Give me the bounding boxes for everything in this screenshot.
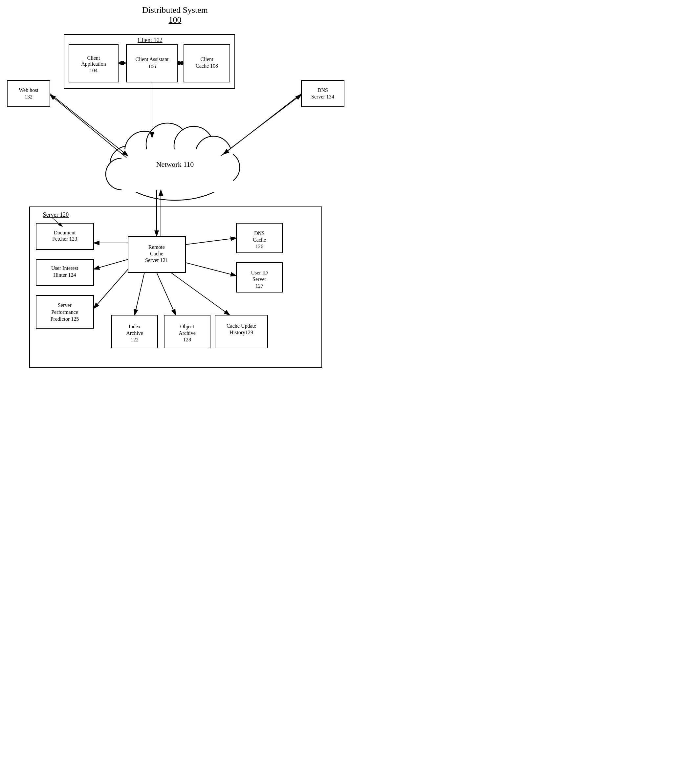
svg-text:Hinter 124: Hinter 124 — [53, 272, 76, 278]
arrow-remote-userinterest — [94, 259, 128, 269]
client-app-text: Client — [87, 55, 100, 61]
svg-text:Archive: Archive — [179, 330, 196, 336]
network-label: Network 110 — [156, 160, 194, 169]
svg-rect-10 — [122, 149, 233, 192]
arrow-server120-label — [51, 217, 62, 226]
index-archive-box — [112, 315, 158, 348]
svg-text:Server: Server — [58, 302, 72, 308]
svg-point-9 — [106, 158, 137, 190]
svg-point-3 — [110, 146, 146, 182]
svg-point-7 — [195, 136, 231, 172]
svg-layer: Network 110 Client 102 Client Applicatio… — [0, 0, 350, 380]
svg-text:Fetcher 123: Fetcher 123 — [52, 236, 77, 242]
svg-text:Server 121: Server 121 — [145, 258, 168, 263]
doc-fetcher-box — [36, 223, 94, 250]
arrow-dns-network — [223, 94, 302, 154]
cache-update-box — [215, 315, 267, 348]
svg-text:Server: Server — [253, 276, 266, 282]
client-assistant-box — [127, 44, 177, 82]
svg-text:Cache 108: Cache 108 — [196, 63, 218, 69]
web-host-box — [7, 80, 50, 107]
title-line2: 100 — [0, 15, 350, 25]
server-outer-box — [30, 207, 322, 368]
arrow-remote-dnscache — [186, 238, 236, 245]
network-cloud: Network 110 — [106, 123, 240, 200]
user-id-box — [236, 262, 282, 292]
svg-point-5 — [146, 123, 189, 166]
svg-text:128: 128 — [183, 337, 191, 342]
svg-text:DNS: DNS — [254, 230, 265, 236]
svg-text:Web host: Web host — [19, 87, 38, 93]
arrow-remote-indexarchive — [134, 272, 144, 315]
diagram-container: Distributed System 100 Networ — [0, 0, 350, 380]
svg-text:Cache Update: Cache Update — [227, 323, 256, 329]
arrow-network-dnsserver — [220, 95, 302, 156]
svg-text:Document: Document — [54, 230, 76, 235]
svg-text:Server 134: Server 134 — [311, 94, 334, 100]
dns-server-box — [302, 80, 344, 107]
object-archive-box — [164, 315, 210, 348]
diagram-title: Distributed System 100 — [0, 0, 350, 25]
server-label: Server 120 — [43, 211, 69, 218]
svg-text:Archive: Archive — [126, 330, 143, 336]
svg-point-6 — [174, 126, 213, 166]
svg-point-4 — [125, 131, 164, 171]
svg-text:Application: Application — [81, 61, 106, 67]
arrow-remote-servperf — [94, 269, 128, 309]
dns-cache-box — [236, 223, 282, 253]
svg-text:Object: Object — [180, 324, 194, 330]
svg-text:User Interest: User Interest — [51, 265, 78, 271]
client-label: Client 102 — [138, 37, 162, 43]
svg-point-2 — [116, 134, 234, 200]
svg-text:Remote: Remote — [148, 244, 165, 250]
svg-text:106: 106 — [148, 64, 156, 69]
svg-text:Client: Client — [200, 56, 213, 62]
svg-text:126: 126 — [255, 244, 263, 249]
svg-text:Cache: Cache — [150, 251, 163, 256]
svg-text:History129: History129 — [230, 330, 253, 336]
title-line1: Distributed System — [0, 5, 350, 15]
svg-text:Predictor 125: Predictor 125 — [50, 316, 79, 322]
client-app-box — [69, 44, 118, 82]
svg-text:User ID: User ID — [251, 270, 267, 275]
server-perf-box — [36, 295, 94, 328]
client-outer-box — [64, 34, 235, 89]
arrow-remote-userid — [186, 262, 236, 276]
arrow-network-webhost — [50, 95, 127, 158]
arrow-remote-objectarchive — [156, 272, 176, 315]
remote-cache-box — [128, 236, 186, 272]
svg-text:Client Assistant: Client Assistant — [136, 56, 169, 62]
svg-text:127: 127 — [255, 283, 263, 289]
svg-text:122: 122 — [131, 337, 139, 342]
svg-text:132: 132 — [25, 94, 33, 100]
svg-text:Cache: Cache — [253, 237, 266, 243]
user-interest-box — [36, 259, 94, 286]
svg-text:DNS: DNS — [317, 87, 328, 93]
svg-point-8 — [207, 151, 240, 184]
arrow-remote-cachehist — [171, 272, 230, 315]
svg-text:104: 104 — [90, 68, 97, 73]
svg-text:Performance: Performance — [51, 309, 78, 315]
svg-text:Index: Index — [129, 324, 141, 329]
client-cache-box — [184, 44, 230, 82]
arrow-webhost-network — [50, 94, 128, 156]
